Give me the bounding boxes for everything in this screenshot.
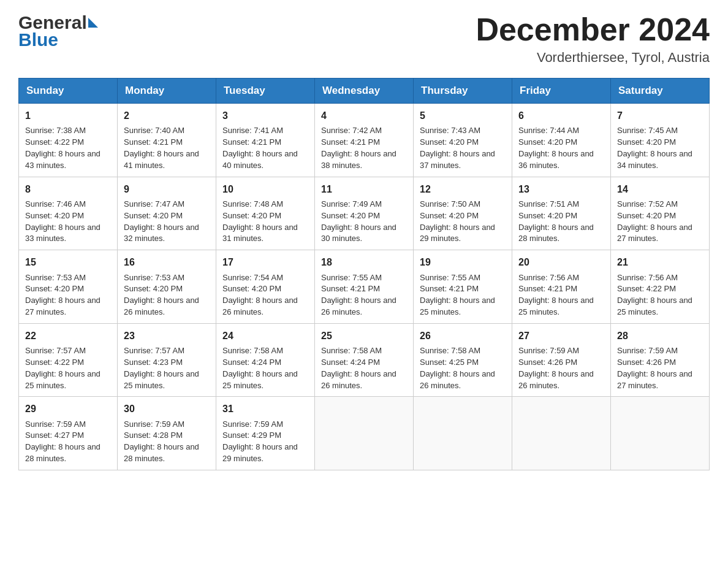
day-info: Sunrise: 7:59 AMSunset: 4:27 PMDaylight:…	[25, 419, 100, 464]
table-row: 20 Sunrise: 7:56 AMSunset: 4:21 PMDaylig…	[512, 250, 611, 324]
day-number: 20	[518, 255, 604, 269]
table-row: 23 Sunrise: 7:57 AMSunset: 4:23 PMDaylig…	[118, 323, 216, 397]
day-info: Sunrise: 7:52 AMSunset: 4:20 PMDaylight:…	[617, 199, 692, 243]
day-number: 2	[124, 109, 210, 123]
table-row: 3 Sunrise: 7:41 AMSunset: 4:21 PMDayligh…	[216, 104, 315, 177]
table-row: 30 Sunrise: 7:59 AMSunset: 4:28 PMDaylig…	[118, 397, 216, 470]
day-number: 30	[124, 402, 210, 416]
table-row: 5 Sunrise: 7:43 AMSunset: 4:20 PMDayligh…	[414, 104, 512, 177]
day-number: 10	[222, 182, 308, 196]
calendar-header-row: Sunday Monday Tuesday Wednesday Thursday…	[19, 79, 710, 104]
day-info: Sunrise: 7:58 AMSunset: 4:25 PMDaylight:…	[420, 346, 495, 390]
day-info: Sunrise: 7:59 AMSunset: 4:29 PMDaylight:…	[222, 419, 298, 464]
day-number: 11	[321, 182, 407, 196]
table-row: 16 Sunrise: 7:53 AMSunset: 4:20 PMDaylig…	[118, 250, 216, 324]
day-number: 9	[124, 182, 210, 196]
day-info: Sunrise: 7:46 AMSunset: 4:20 PMDaylight:…	[25, 199, 100, 243]
day-info: Sunrise: 7:56 AMSunset: 4:22 PMDaylight:…	[617, 273, 692, 317]
table-row	[512, 397, 611, 470]
table-row: 13 Sunrise: 7:51 AMSunset: 4:20 PMDaylig…	[512, 177, 611, 250]
col-saturday: Saturday	[611, 79, 710, 104]
table-row: 9 Sunrise: 7:47 AMSunset: 4:20 PMDayligh…	[118, 177, 216, 250]
col-thursday: Thursday	[414, 79, 512, 104]
table-row: 18 Sunrise: 7:55 AMSunset: 4:21 PMDaylig…	[315, 250, 414, 324]
col-friday: Friday	[512, 79, 611, 104]
day-info: Sunrise: 7:55 AMSunset: 4:21 PMDaylight:…	[420, 273, 495, 317]
table-row: 2 Sunrise: 7:40 AMSunset: 4:21 PMDayligh…	[118, 104, 216, 177]
day-info: Sunrise: 7:58 AMSunset: 4:24 PMDaylight:…	[321, 346, 396, 390]
day-info: Sunrise: 7:59 AMSunset: 4:28 PMDaylight:…	[124, 419, 199, 464]
col-tuesday: Tuesday	[216, 79, 315, 104]
day-number: 15	[25, 255, 111, 269]
logo-blue-text: Blue	[18, 29, 98, 50]
table-row	[315, 397, 414, 470]
calendar-week-row: 8 Sunrise: 7:46 AMSunset: 4:20 PMDayligh…	[19, 177, 710, 250]
calendar-week-row: 29 Sunrise: 7:59 AMSunset: 4:27 PMDaylig…	[19, 397, 710, 470]
title-section: December 2024 Vorderthiersee, Tyrol, Aus…	[476, 12, 710, 66]
day-number: 16	[124, 255, 210, 269]
day-info: Sunrise: 7:48 AMSunset: 4:20 PMDaylight:…	[222, 199, 298, 243]
day-info: Sunrise: 7:55 AMSunset: 4:21 PMDaylight:…	[321, 273, 396, 317]
day-number: 6	[518, 109, 604, 123]
table-row: 26 Sunrise: 7:58 AMSunset: 4:25 PMDaylig…	[414, 323, 512, 397]
day-info: Sunrise: 7:58 AMSunset: 4:24 PMDaylight:…	[222, 346, 298, 390]
day-number: 27	[518, 329, 604, 343]
day-number: 24	[222, 329, 308, 343]
day-number: 18	[321, 255, 407, 269]
day-info: Sunrise: 7:51 AMSunset: 4:20 PMDaylight:…	[518, 199, 594, 243]
day-info: Sunrise: 7:57 AMSunset: 4:23 PMDaylight:…	[124, 346, 199, 390]
day-info: Sunrise: 7:42 AMSunset: 4:21 PMDaylight:…	[321, 126, 396, 170]
month-title: December 2024	[476, 12, 710, 47]
day-number: 13	[518, 182, 604, 196]
logo: General Blue	[18, 12, 98, 50]
day-info: Sunrise: 7:53 AMSunset: 4:20 PMDaylight:…	[124, 273, 199, 317]
day-number: 1	[25, 109, 111, 123]
day-number: 28	[617, 329, 703, 343]
day-number: 3	[222, 109, 308, 123]
day-number: 7	[617, 109, 703, 123]
day-number: 19	[420, 255, 506, 269]
table-row: 19 Sunrise: 7:55 AMSunset: 4:21 PMDaylig…	[414, 250, 512, 324]
calendar-table: Sunday Monday Tuesday Wednesday Thursday…	[18, 78, 710, 470]
table-row: 22 Sunrise: 7:57 AMSunset: 4:22 PMDaylig…	[19, 323, 118, 397]
day-info: Sunrise: 7:57 AMSunset: 4:22 PMDaylight:…	[25, 346, 100, 390]
day-info: Sunrise: 7:41 AMSunset: 4:21 PMDaylight:…	[222, 126, 298, 170]
table-row: 21 Sunrise: 7:56 AMSunset: 4:22 PMDaylig…	[611, 250, 710, 324]
day-info: Sunrise: 7:53 AMSunset: 4:20 PMDaylight:…	[25, 273, 100, 317]
table-row: 28 Sunrise: 7:59 AMSunset: 4:26 PMDaylig…	[611, 323, 710, 397]
day-info: Sunrise: 7:38 AMSunset: 4:22 PMDaylight:…	[25, 126, 100, 170]
table-row: 4 Sunrise: 7:42 AMSunset: 4:21 PMDayligh…	[315, 104, 414, 177]
table-row: 24 Sunrise: 7:58 AMSunset: 4:24 PMDaylig…	[216, 323, 315, 397]
table-row: 27 Sunrise: 7:59 AMSunset: 4:26 PMDaylig…	[512, 323, 611, 397]
day-info: Sunrise: 7:40 AMSunset: 4:21 PMDaylight:…	[124, 126, 199, 170]
table-row: 1 Sunrise: 7:38 AMSunset: 4:22 PMDayligh…	[19, 104, 118, 177]
day-number: 17	[222, 255, 308, 269]
day-number: 23	[124, 329, 210, 343]
logo-arrow-icon	[88, 18, 98, 28]
day-info: Sunrise: 7:56 AMSunset: 4:21 PMDaylight:…	[518, 273, 594, 317]
day-number: 5	[420, 109, 506, 123]
table-row: 7 Sunrise: 7:45 AMSunset: 4:20 PMDayligh…	[611, 104, 710, 177]
table-row: 12 Sunrise: 7:50 AMSunset: 4:20 PMDaylig…	[414, 177, 512, 250]
day-info: Sunrise: 7:44 AMSunset: 4:20 PMDaylight:…	[518, 126, 594, 170]
table-row: 15 Sunrise: 7:53 AMSunset: 4:20 PMDaylig…	[19, 250, 118, 324]
day-info: Sunrise: 7:47 AMSunset: 4:20 PMDaylight:…	[124, 199, 199, 243]
day-info: Sunrise: 7:43 AMSunset: 4:20 PMDaylight:…	[420, 126, 495, 170]
day-number: 26	[420, 329, 506, 343]
location-subtitle: Vorderthiersee, Tyrol, Austria	[476, 50, 710, 66]
table-row	[414, 397, 512, 470]
table-row: 14 Sunrise: 7:52 AMSunset: 4:20 PMDaylig…	[611, 177, 710, 250]
day-number: 25	[321, 329, 407, 343]
day-number: 31	[222, 402, 308, 416]
page-header: General Blue December 2024 Vorderthierse…	[18, 12, 710, 66]
calendar-week-row: 22 Sunrise: 7:57 AMSunset: 4:22 PMDaylig…	[19, 323, 710, 397]
table-row: 29 Sunrise: 7:59 AMSunset: 4:27 PMDaylig…	[19, 397, 118, 470]
table-row: 8 Sunrise: 7:46 AMSunset: 4:20 PMDayligh…	[19, 177, 118, 250]
table-row: 6 Sunrise: 7:44 AMSunset: 4:20 PMDayligh…	[512, 104, 611, 177]
col-wednesday: Wednesday	[315, 79, 414, 104]
table-row: 17 Sunrise: 7:54 AMSunset: 4:20 PMDaylig…	[216, 250, 315, 324]
day-number: 8	[25, 182, 111, 196]
day-info: Sunrise: 7:54 AMSunset: 4:20 PMDaylight:…	[222, 273, 298, 317]
day-info: Sunrise: 7:59 AMSunset: 4:26 PMDaylight:…	[518, 346, 594, 390]
day-info: Sunrise: 7:50 AMSunset: 4:20 PMDaylight:…	[420, 199, 495, 243]
